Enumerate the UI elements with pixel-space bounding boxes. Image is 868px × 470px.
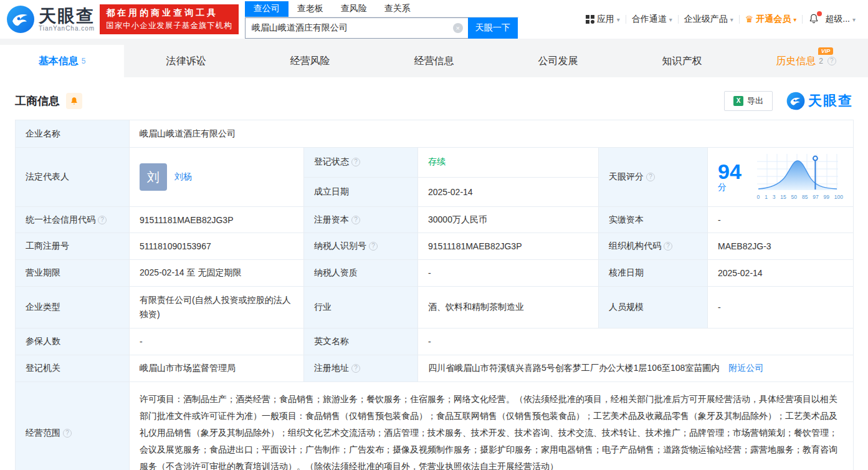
crown-icon: ♛	[745, 14, 753, 25]
tab-count: 5	[82, 57, 86, 65]
nav-more-label: 超级...	[825, 14, 850, 25]
taxpayer-qual-label: 纳税人资质	[304, 260, 418, 287]
divider	[739, 15, 740, 24]
industry-value: 酒、饮料和精制茶制造业	[418, 287, 599, 329]
divider	[626, 15, 626, 24]
tab-label: 法律诉讼	[166, 55, 206, 68]
tab-count: 2	[819, 57, 823, 65]
score-distribution-chart: 01 315 5085 9799 100	[757, 154, 844, 200]
taxpayer-id-value: 91511181MAEB82JG3P	[418, 233, 599, 260]
tab-operating-info[interactable]: 经营信息	[372, 45, 496, 77]
logo-subtitle: TianYanCha.com	[39, 25, 95, 32]
staff-size-label: 人员规模	[599, 287, 708, 329]
taxpayer-qual-value: -	[418, 260, 599, 287]
nav-enterprise-label: 企业级产品	[684, 14, 728, 25]
taxpayer-id-label: 纳税人识别号?	[304, 233, 418, 260]
tab-label: 经营风险	[290, 55, 330, 68]
help-icon[interactable]: ?	[646, 173, 655, 181]
table-row: 参保人数 - 英文名称 -	[16, 329, 854, 355]
help-icon[interactable]: ?	[369, 242, 378, 251]
table-row: 经营范围? 许可项目：酒制品生产；酒类经营；食品销售；旅游业务；餐饮服务；住宿服…	[16, 382, 854, 470]
reg-authority-value: 峨眉山市市场监督管理局	[130, 355, 304, 382]
label-text: 组织机构代码	[609, 241, 661, 251]
watermark-logo: 天眼查	[786, 92, 853, 110]
nav-apps[interactable]: 应用 ▾	[586, 14, 620, 25]
search-tab-relation[interactable]: 查关系	[376, 1, 419, 17]
business-scope-label: 经营范围?	[16, 382, 130, 470]
chart-axis-ticks: 01 315 5085 9799 100	[757, 194, 844, 200]
tianyancha-watermark-icon	[786, 92, 805, 110]
score-label: 天眼评分?	[599, 148, 708, 207]
clear-icon[interactable]: ×	[453, 23, 463, 33]
est-date-value: 2025-02-14	[418, 177, 599, 207]
address-label: 注册地址?	[304, 355, 418, 382]
monitor-bell-button[interactable]	[66, 93, 82, 109]
chevron-down-icon: ▾	[730, 16, 733, 23]
avatar[interactable]: 刘	[140, 163, 167, 191]
tab-company-development[interactable]: 公司发展	[496, 45, 620, 77]
est-date-label: 成立日期	[304, 177, 418, 207]
paid-capital-label: 实缴资本	[599, 207, 708, 233]
tab-history-info[interactable]: VIP 历史信息 2 ?	[744, 45, 868, 77]
vip-badge: VIP	[818, 47, 834, 55]
english-name-value: -	[418, 329, 854, 355]
company-type-label: 企业类型	[16, 287, 130, 329]
tab-legal[interactable]: 法律诉讼	[124, 45, 248, 77]
nav-partner-label: 合作通道	[632, 14, 667, 25]
tab-intellectual-property[interactable]: 知识产权	[620, 45, 744, 77]
nav-more[interactable]: 超级... ▾	[825, 14, 856, 25]
label-text: 经营范围	[26, 428, 60, 438]
export-label: 导出	[747, 95, 763, 107]
tab-label: 历史信息	[776, 55, 816, 68]
reg-authority-label: 登记机关	[16, 355, 130, 382]
label-text: 注册资本	[314, 214, 349, 224]
watermark-text: 天眼查	[808, 92, 853, 110]
term-label: 营业期限	[16, 260, 130, 287]
help-icon[interactable]: ?	[351, 364, 360, 373]
help-icon[interactable]: ?	[351, 158, 360, 166]
help-icon[interactable]: ?	[63, 429, 72, 438]
table-row: 营业期限 2025-02-14 至 无固定期限 纳税人资质 - 核准日期 202…	[16, 260, 854, 287]
company-name-label: 企业名称	[16, 120, 130, 148]
help-icon[interactable]: ?	[827, 57, 836, 65]
nav-partner[interactable]: 合作通道 ▾	[632, 14, 672, 25]
help-icon[interactable]: ?	[351, 216, 360, 224]
business-scope-value: 许可项目：酒制品生产；酒类经营；食品销售；旅游业务；餐饮服务；住宿服务；网络文化…	[130, 382, 854, 470]
notifications-bell[interactable]	[808, 13, 819, 26]
score-value: 94	[718, 160, 742, 183]
apps-grid-icon	[586, 15, 594, 24]
search-area: 查公司 查老板 查风险 查关系 × 天眼一下	[245, 0, 519, 39]
search-tab-company[interactable]: 查公司	[245, 1, 289, 17]
nav-vip-label: 开通会员	[756, 14, 791, 25]
nav-enterprise[interactable]: 企业级产品 ▾	[684, 14, 733, 25]
reg-number-value: 511181090153967	[130, 233, 304, 260]
reg-status-value: 存续	[418, 148, 599, 178]
search-button[interactable]: 天眼一下	[468, 17, 518, 39]
nav-apps-label: 应用	[597, 14, 614, 25]
chevron-down-icon: ▾	[852, 16, 856, 23]
chevron-down-icon: ▾	[793, 16, 796, 23]
approval-date-label: 核准日期	[599, 260, 708, 287]
insured-value: -	[130, 329, 304, 355]
help-icon[interactable]: ?	[98, 216, 107, 224]
search-tab-risk[interactable]: 查风险	[332, 1, 376, 17]
tianyancha-logo-icon	[6, 5, 35, 34]
insured-label: 参保人数	[16, 329, 130, 355]
reg-capital-label: 注册资本?	[304, 207, 418, 233]
promo-line2: 国家中小企业发展子基金旗下机构	[106, 21, 232, 31]
tab-operating-risk[interactable]: 经营风险	[248, 45, 372, 77]
nav-vip[interactable]: ♛ 开通会员 ▾	[745, 14, 796, 25]
search-input[interactable]	[245, 17, 468, 39]
english-name-label: 英文名称	[304, 329, 418, 355]
org-code-label: 组织机构代码?	[599, 233, 708, 260]
page-tabstrip: 基本信息 5 法律诉讼 经营风险 经营信息 公司发展 知识产权 VIP 历史信息…	[0, 39, 868, 77]
tianyancha-logo[interactable]: 天眼查 TianYanCha.com	[6, 5, 95, 34]
search-tab-boss[interactable]: 查老板	[289, 1, 332, 17]
tab-label: 公司发展	[538, 55, 578, 68]
legal-rep-link[interactable]: 刘杨	[174, 171, 192, 183]
nearby-companies-link[interactable]: 附近公司	[728, 363, 763, 374]
approval-date-value: 2025-02-14	[708, 260, 854, 287]
tab-basic-info[interactable]: 基本信息 5	[0, 45, 124, 77]
help-icon[interactable]: ?	[664, 242, 672, 251]
export-button[interactable]: X 导出	[724, 91, 773, 111]
